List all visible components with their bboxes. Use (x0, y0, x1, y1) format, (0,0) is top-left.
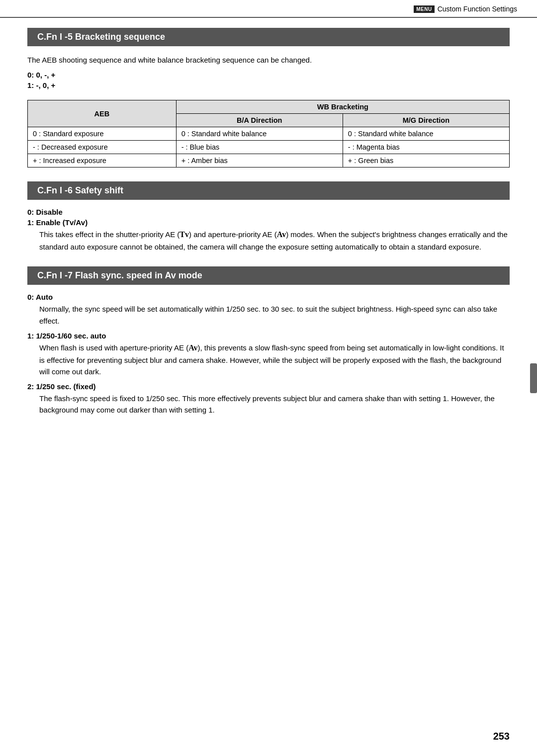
tv-mode: Tv (179, 230, 189, 239)
option-3-1: 1: 1/250-1/60 sec. auto (27, 332, 510, 340)
section-1-desc: The AEB shooting sequence and white bala… (27, 54, 510, 66)
option-3-1-desc: When flash is used with aperture-priorit… (39, 342, 510, 377)
option-3-2-desc: The flash-sync speed is fixed to 1/250 s… (39, 393, 510, 416)
table-cell-ba-2: + : Amber bias (176, 154, 343, 168)
option-3-2: 2: 1/250 sec. (fixed) (27, 382, 510, 391)
section-flash-sync: C.Fn I -7 Flash sync. speed in Av mode 0… (27, 266, 510, 416)
table-row: + : Increased exposure + : Amber bias + … (28, 154, 510, 168)
table-header-aeb: AEB (28, 100, 177, 127)
table-cell-aeb-2: + : Increased exposure (28, 154, 177, 168)
option-1-0: 0: 0, -, + (27, 71, 510, 79)
section-safety: C.Fn I -6 Safety shift 0: Disable 1: Ena… (27, 181, 510, 252)
table-header-ba: B/A Direction (176, 114, 343, 127)
option-3-0-desc: Normally, the sync speed will be set aut… (39, 303, 510, 327)
page-number: 253 (493, 731, 510, 742)
table-cell-mg-0: 0 : Standard white balance (343, 127, 509, 141)
table-cell-ba-0: 0 : Standard white balance (176, 127, 343, 141)
option-2-1-desc: This takes effect in the shutter-priorit… (39, 229, 510, 252)
main-content: C.Fn I -5 Bracketing sequence The AEB sh… (0, 18, 537, 460)
page-wrapper: MENU Custom Function Settings C.Fn I -5 … (0, 0, 537, 756)
av-mode: Av (277, 230, 286, 239)
table-cell-aeb-0: 0 : Standard exposure (28, 127, 177, 141)
menu-icon: MENU (414, 5, 434, 13)
table-header-mg: M/G Direction (343, 114, 509, 127)
table-row: - : Decreased exposure - : Blue bias - :… (28, 141, 510, 154)
option-2-0: 0: Disable (27, 208, 510, 216)
bracketing-table: AEB WB Bracketing B/A Direction M/G Dire… (27, 100, 510, 168)
side-scrollbar (530, 363, 537, 393)
section-bracketing: C.Fn I -5 Bracketing sequence The AEB sh… (27, 28, 510, 168)
header-title: Custom Function Settings (438, 5, 517, 13)
option-2-1: 1: Enable (Tv/Av) (27, 218, 510, 227)
option-3-0: 0: Auto (27, 293, 510, 301)
section-header-1: C.Fn I -5 Bracketing sequence (27, 28, 510, 46)
header-bar: MENU Custom Function Settings (0, 0, 537, 18)
table-cell-mg-1: - : Magenta bias (343, 141, 509, 154)
table-cell-aeb-1: - : Decreased exposure (28, 141, 177, 154)
table-cell-mg-2: + : Green bias (343, 154, 509, 168)
table-header-wb: WB Bracketing (176, 100, 509, 114)
av-mode-2: Av (188, 343, 197, 352)
section-header-2: C.Fn I -6 Safety shift (27, 181, 510, 200)
table-row: 0 : Standard exposure 0 : Standard white… (28, 127, 510, 141)
table-cell-ba-1: - : Blue bias (176, 141, 343, 154)
option-1-1: 1: -, 0, + (27, 81, 510, 89)
section-header-3: C.Fn I -7 Flash sync. speed in Av mode (27, 266, 510, 285)
